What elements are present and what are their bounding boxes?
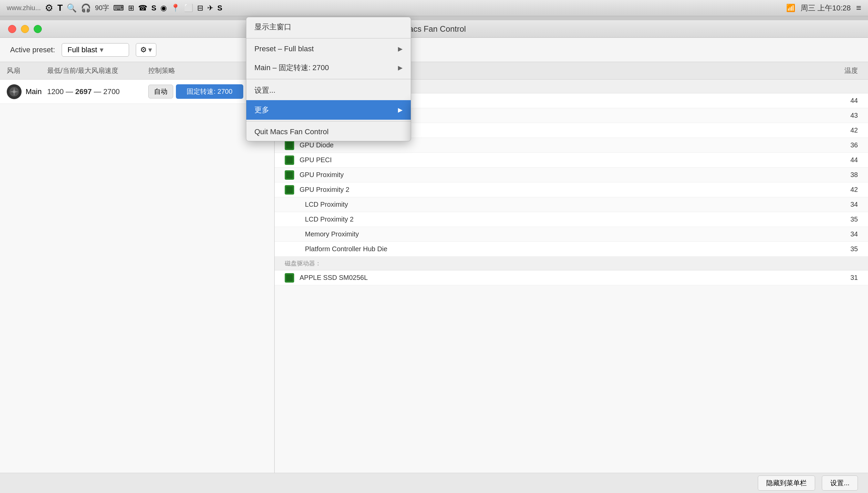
s-icon-1[interactable]: S — [151, 4, 156, 13]
minus-square-icon[interactable]: ⊟ — [197, 4, 203, 13]
menu-item-main[interactable]: Main – 固定转速: 2700 ▶ — [246, 58, 411, 78]
sensor-name: GPU Diode — [300, 141, 838, 149]
menu-item-more[interactable]: 更多 ▶ 关于... 检查更新... 拷贝技术信息 在 MacUpdate 评价 — [246, 100, 411, 120]
sensor-chip-icon — [285, 273, 294, 283]
search-icon[interactable]: 🔍 — [67, 3, 77, 13]
sensor-name: APPLE SSD SM0256L — [300, 274, 838, 282]
sensor-temp: 42 — [838, 126, 858, 134]
pin-icon[interactable]: 📍 — [171, 4, 180, 13]
sensor-name: Platform Controller Hub Die — [305, 245, 838, 253]
auto-button[interactable]: 自动 — [148, 85, 173, 99]
sensor-chip-icon — [285, 185, 294, 195]
menu-item-label: 更多 — [254, 105, 269, 115]
gear-settings-button[interactable]: ⚙ ▾ — [136, 43, 156, 57]
sensor-name: GPU Proximity — [300, 171, 838, 179]
maximize-button[interactable] — [34, 25, 42, 33]
traffic-lights — [8, 25, 42, 33]
sensor-temp: 44 — [838, 156, 858, 164]
sensor-temp: 44 — [838, 97, 858, 105]
list-item[interactable]: LCD Proximity 2 35 — [275, 212, 868, 227]
menu-item-show-window[interactable]: 显示主窗口 — [246, 17, 411, 37]
menu-item-label: Quit Macs Fan Control — [254, 127, 328, 136]
sensor-temp-header: 温度 — [838, 66, 858, 75]
dot-icon[interactable]: ◉ — [160, 4, 167, 13]
square-icon[interactable]: ⬜ — [184, 4, 193, 13]
sensor-temp: 38 — [838, 171, 858, 179]
app-icon[interactable]: ⚙ — [45, 2, 53, 14]
close-button[interactable] — [8, 25, 16, 33]
grid-icon[interactable]: ⊞ — [128, 4, 134, 13]
menu-item-label: Preset – Full blast — [254, 44, 314, 53]
headphone-icon[interactable]: 🎧 — [81, 3, 91, 13]
speed-separator: — — [66, 87, 75, 96]
menu-item-quit[interactable]: Quit Macs Fan Control — [246, 123, 411, 141]
window-title: Macs Fan Control — [402, 24, 466, 34]
bottom-bar: 隐藏到菜单栏 设置... — [0, 473, 868, 493]
gear-icon: ⚙ — [140, 45, 147, 54]
phone-icon[interactable]: ☎ — [138, 4, 147, 13]
sensor-name: Memory Proximity — [305, 230, 838, 238]
hide-menubar-button[interactable]: 隐藏到菜单栏 — [758, 475, 815, 491]
sensor-temp: 31 — [838, 274, 858, 282]
menu-separator — [246, 38, 411, 39]
minimize-button[interactable] — [21, 25, 29, 33]
list-item[interactable]: LCD Proximity 34 — [275, 197, 868, 212]
list-item[interactable]: GPU Proximity 38 — [275, 168, 868, 183]
menubar-left: www.zhiu... ⚙ T 🔍 🎧 90字 ⌨ ⊞ ☎ S ◉ 📍 ⬜ ⊟ … — [7, 2, 222, 14]
wifi-icon[interactable]: 📶 — [786, 4, 795, 13]
fixed-speed-button[interactable]: 固定转速: 2700 — [176, 84, 243, 99]
sensor-name: LCD Proximity 2 — [305, 215, 838, 223]
sensor-name: LCD Proximity — [305, 201, 838, 208]
settings-button[interactable]: 设置... — [822, 475, 858, 491]
list-item[interactable]: APPLE SSD SM0256L 31 — [275, 271, 868, 285]
sensor-temp: 34 — [838, 201, 858, 208]
app-window: Macs Fan Control Active preset: Full bla… — [0, 20, 868, 493]
menu-item-settings[interactable]: 设置... — [246, 81, 411, 100]
keyboard-icon[interactable]: ⌨ — [113, 4, 124, 13]
sensor-name: GPU Proximity 2 — [300, 186, 838, 194]
sensor-temp: 35 — [838, 245, 858, 253]
list-item[interactable]: GPU PECI 44 — [275, 153, 868, 168]
list-icon[interactable]: ≡ — [856, 3, 861, 13]
submenu-arrow-icon: ▶ — [398, 45, 403, 52]
sensor-chip-icon — [285, 155, 294, 165]
menu-separator — [246, 79, 411, 79]
text-icon[interactable]: T — [57, 3, 63, 13]
gear-dropdown-arrow-icon: ▾ — [148, 45, 152, 54]
fan-info: Main — [7, 84, 47, 99]
sensor-chip-icon — [285, 170, 294, 180]
sensor-chip-icon — [285, 141, 294, 150]
list-item[interactable]: Platform Controller Hub Die 35 — [275, 242, 868, 257]
sensor-section-disk: 磁盘驱动器： — [275, 257, 868, 271]
menubar: www.zhiu... ⚙ T 🔍 🎧 90字 ⌨ ⊞ ☎ S ◉ 📍 ⬜ ⊟ … — [0, 0, 868, 16]
fan-icon — [7, 84, 22, 99]
list-item[interactable]: GPU Proximity 2 42 — [275, 183, 868, 197]
fixed-speed-label: 固定转速: 2700 — [187, 88, 232, 95]
fan-name: Main — [26, 87, 42, 96]
plane-icon[interactable]: ✈ — [207, 4, 213, 13]
website-label: www.zhiu... — [7, 4, 41, 12]
dropdown-arrow-icon: ▾ — [100, 45, 104, 54]
list-item[interactable]: Memory Proximity 34 — [275, 227, 868, 242]
submenu-arrow-icon: ▶ — [398, 106, 403, 114]
s-icon-2[interactable]: S — [217, 4, 222, 13]
speed-max: 2700 — [103, 87, 120, 96]
speed-current: 2697 — [75, 87, 92, 96]
speed-separator2: — — [94, 87, 103, 96]
datetime-label: 周三 上午10:28 — [801, 3, 851, 13]
titlebar: Macs Fan Control — [0, 20, 868, 38]
preset-dropdown[interactable]: Full blast ▾ — [62, 43, 129, 57]
sensor-temp: 42 — [838, 186, 858, 194]
fan-panel: 风扇 最低/当前/最大风扇速度 控制策略 Main 1200 — 2697 — … — [0, 62, 275, 473]
col-speed-header: 最低/当前/最大风扇速度 — [47, 66, 148, 75]
content-area: 风扇 最低/当前/最大风扇速度 控制策略 Main 1200 — 2697 — … — [0, 62, 868, 473]
menu-item-preset[interactable]: Preset – Full blast ▶ — [246, 40, 411, 58]
menu-item-label: Main – 固定转速: 2700 — [254, 63, 329, 73]
preset-label: Active preset: — [10, 45, 55, 54]
sensor-temp: 34 — [838, 230, 858, 238]
menu-item-label: 设置... — [254, 85, 275, 95]
table-row: Main 1200 — 2697 — 2700 自动 固定转速: 2700 — [0, 80, 274, 104]
sensor-temp: 35 — [838, 215, 858, 223]
submenu-arrow-icon: ▶ — [398, 64, 403, 71]
menu-separator — [246, 121, 411, 122]
